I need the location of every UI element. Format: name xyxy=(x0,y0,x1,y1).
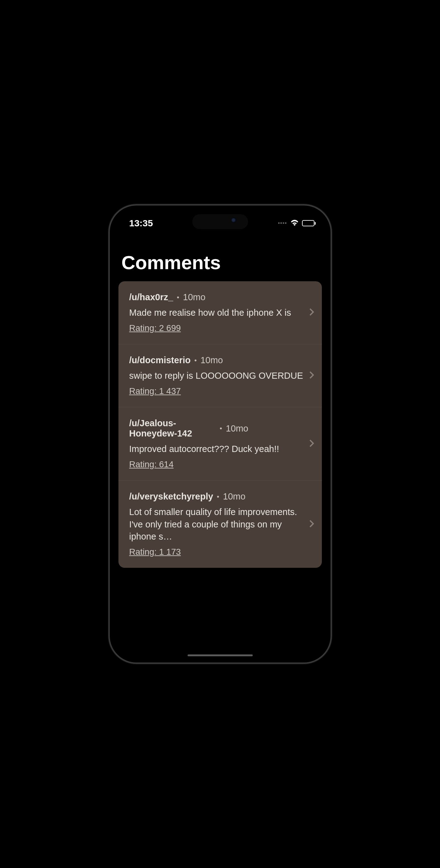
comment-rating[interactable]: Rating: 1 173 xyxy=(129,547,304,557)
comment-item[interactable]: /u/Jealous-Honeydew-142 • 10mo Improved … xyxy=(119,407,322,480)
comment-body: /u/hax0rz_ • 10mo Made me realise how ol… xyxy=(129,292,304,333)
comment-body: /u/docmisterio • 10mo swipe to reply is … xyxy=(129,355,304,396)
content-area: Comments /u/hax0rz_ • 10mo Made me reali… xyxy=(112,233,328,568)
comment-header: /u/verysketchyreply • 10mo xyxy=(129,491,304,502)
power-button xyxy=(331,323,332,370)
phone-frame: 13:35 •••• Comments xyxy=(108,204,332,664)
comment-username: /u/docmisterio xyxy=(129,355,191,365)
chevron-right-icon xyxy=(309,308,314,317)
chevron-right-icon xyxy=(309,439,314,448)
comment-header: /u/hax0rz_ • 10mo xyxy=(129,292,304,302)
volume-down-button xyxy=(108,350,110,381)
comment-username: /u/verysketchyreply xyxy=(129,491,213,502)
wifi-icon xyxy=(290,219,299,227)
comment-text: swipe to reply is LOOOOOONG OVERDUE xyxy=(129,370,304,382)
comment-timestamp: 10mo xyxy=(223,491,245,502)
comment-body: /u/verysketchyreply • 10mo Lot of smalle… xyxy=(129,491,304,557)
comment-item[interactable]: /u/docmisterio • 10mo swipe to reply is … xyxy=(119,344,322,407)
comments-list: /u/hax0rz_ • 10mo Made me realise how ol… xyxy=(119,281,322,568)
chevron-right-icon xyxy=(309,520,314,529)
dynamic-island xyxy=(192,214,248,229)
comment-text: Improved autocorrect??? Duck yeah!! xyxy=(129,443,304,455)
home-indicator[interactable] xyxy=(188,654,253,656)
comment-body: /u/Jealous-Honeydew-142 • 10mo Improved … xyxy=(129,418,304,469)
comment-header: /u/docmisterio • 10mo xyxy=(129,355,304,365)
volume-up-button xyxy=(108,311,110,342)
separator-dot-icon: • xyxy=(177,293,179,302)
comment-item[interactable]: /u/verysketchyreply • 10mo Lot of smalle… xyxy=(119,480,322,567)
comment-header: /u/Jealous-Honeydew-142 • 10mo xyxy=(129,418,304,439)
silent-switch xyxy=(108,283,110,299)
separator-dot-icon: • xyxy=(195,356,197,365)
comment-timestamp: 10mo xyxy=(200,355,223,365)
battery-icon xyxy=(302,220,316,226)
phone-screen: 13:35 •••• Comments xyxy=(112,208,328,660)
status-indicators: •••• xyxy=(278,219,315,227)
separator-dot-icon: • xyxy=(217,493,219,501)
comment-timestamp: 10mo xyxy=(226,424,248,434)
comment-text: Made me realise how old the iphone X is xyxy=(129,307,304,319)
chevron-right-icon xyxy=(309,371,314,380)
cellular-dots-icon: •••• xyxy=(278,220,287,227)
comment-rating[interactable]: Rating: 1 437 xyxy=(129,386,304,396)
comment-text: Lot of smaller quality of life improveme… xyxy=(129,506,304,542)
status-time: 13:35 xyxy=(129,218,153,228)
comment-rating[interactable]: Rating: 614 xyxy=(129,460,304,469)
comment-username: /u/Jealous-Honeydew-142 xyxy=(129,418,216,439)
page-title: Comments xyxy=(119,251,322,274)
comment-timestamp: 10mo xyxy=(183,292,206,302)
comment-item[interactable]: /u/hax0rz_ • 10mo Made me realise how ol… xyxy=(119,281,322,344)
separator-dot-icon: • xyxy=(220,424,222,432)
comment-username: /u/hax0rz_ xyxy=(129,292,173,302)
comment-rating[interactable]: Rating: 2 699 xyxy=(129,323,304,333)
